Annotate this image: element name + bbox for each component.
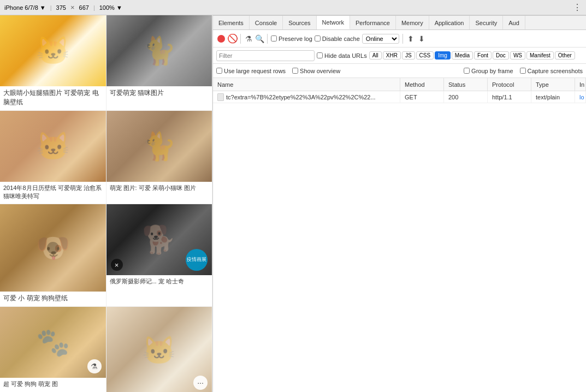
filter-bar: Hide data URLs All XHR JS CSS Img Media … [213,47,586,64]
tab-network[interactable]: Network [317,16,350,29]
tab-application[interactable]: Application [429,16,470,29]
upload-icon[interactable]: ⬆ [406,34,415,43]
preserve-log-checkbox[interactable]: Preserve log [271,35,312,42]
capture-screenshots-input[interactable] [520,68,526,74]
record-button[interactable] [216,34,226,44]
image-caption: 大眼睛小短腿猫图片 可爱萌宠 电脑壁纸 [0,86,106,110]
tab-console[interactable]: Console [250,16,283,29]
capture-screenshots-label: Capture screenshots [528,68,583,74]
filter-button[interactable]: ⚗ [244,34,253,43]
toolbar-separator [240,34,241,44]
tab-elements[interactable]: Elements [213,16,250,29]
more-icon[interactable]: ··· [193,376,208,390]
filter-font[interactable]: Font [474,51,492,60]
network-table: Name Method Status Protocol Type In tc?e… [213,78,586,392]
filter-media[interactable]: Media [452,51,473,60]
show-overview-input[interactable] [292,68,298,74]
browser-bar-sep2: | [93,4,95,11]
td-status: 200 [444,91,488,103]
filter-input[interactable] [216,50,315,61]
tab-sources[interactable]: Sources [283,16,316,29]
capture-screenshots-checkbox[interactable]: Capture screenshots [520,68,583,74]
td-initiator: lo [575,91,586,103]
group-by-frame-checkbox[interactable]: Group by frame [464,68,513,74]
devtools-menu-icon[interactable]: ⋮ [573,2,582,13]
image-caption: 萌宠 图片: 可爱 呆萌小猫咪 图片 [106,182,212,195]
close-icon[interactable]: × [111,259,123,271]
toolbar-separator3 [402,34,403,44]
td-type: text/plain [531,91,575,103]
list-item[interactable]: 🐈 萌宠 图片: 可爱 呆萌小猫咪 图片 [106,111,213,205]
device-selector[interactable]: iPhone 6/7/8 ▼ [4,4,46,11]
list-item[interactable]: 🐱 大眼睛小短腿猫图片 可爱萌宠 电脑壁纸 [0,15,106,111]
browser-bar: iPhone 6/7/8 ▼ | 375 × 667 | 100% ▼ ⋮ [0,0,586,15]
group-by-frame-input[interactable] [464,68,470,74]
close-icon[interactable]: × [70,3,75,11]
list-item[interactable]: 🐱 ··· [106,307,213,392]
th-type: Type [531,78,575,91]
th-name: Name [213,78,400,91]
filter-ws[interactable]: WS [510,51,525,60]
list-item[interactable]: 🐕 疫情画展 × 俄罗斯摄影师记... 宠 哈士奇 [106,204,213,307]
image-grid: 🐱 大眼睛小短腿猫图片 可爱萌宠 电脑壁纸 🐈 可爱萌宠 猫咪图片 [0,15,212,392]
throttle-select[interactable]: Online Fast 3G Slow 3G Offline [362,34,399,44]
large-rows-label: Use large request rows [224,68,286,74]
show-overview-label: Show overview [300,68,340,74]
disable-cache-input[interactable] [315,35,321,41]
record-icon [217,35,225,43]
zoom-selector[interactable]: 100% ▼ [99,4,122,11]
image-block: 🐕 疫情画展 × [106,204,212,275]
large-rows-input[interactable] [216,68,222,74]
image-block: 🐱 [0,111,106,182]
filter-all[interactable]: All [369,51,382,60]
right-options: Group by frame Capture screenshots [464,68,583,74]
list-item[interactable]: 🐱 2014年8月日历壁纸 可爱萌宠 治愈系猫咪唯美特写 [0,111,106,205]
filter-manifest[interactable]: Manifest [526,51,554,60]
download-icon[interactable]: ⬇ [417,34,426,43]
tab-security[interactable]: Security [470,16,503,29]
image-block: 🐱 ··· [106,307,212,392]
left-options: Use large request rows Show overview [216,68,457,74]
list-item[interactable]: 🐈 可爱萌宠 猫咪图片 [106,15,213,111]
tab-performance[interactable]: Performance [350,16,396,29]
tab-memory[interactable]: Memory [396,16,429,29]
image-block: 🐈 [106,111,212,182]
filter-doc[interactable]: Doc [493,51,509,60]
list-item[interactable]: 🐾 ⚗ 超 可爱 狗狗 萌宠 图 [0,307,106,392]
hide-data-urls-label: Hide data URLs [324,52,367,59]
large-rows-checkbox[interactable]: Use large request rows [216,68,286,74]
network-toolbar: 🚫 ⚗ 🔍 Preserve log Disable cache Online … [213,30,586,47]
filter-other[interactable]: Other [555,51,575,60]
td-method: GET [400,91,444,103]
hide-data-urls-checkbox[interactable]: Hide data URLs [317,52,367,59]
table-row[interactable]: tc?extra=%7B%22etype%22%3A%22pv%22%2C%22… [213,91,586,103]
th-protocol: Protocol [488,78,531,91]
filter-css[interactable]: CSS [416,51,434,60]
list-item[interactable]: 🐶 可爱 小 萌宠 狗狗壁纸 [0,204,106,307]
filter-js[interactable]: JS [402,51,415,60]
td-name: tc?extra=%7B%22etype%22%3A%22pv%22%2C%22… [213,91,400,103]
td-protocol: http/1.1 [488,91,531,103]
hide-data-urls-input[interactable] [317,52,323,58]
filter-icon[interactable]: ⚗ [87,359,102,373]
th-initiator: In [575,78,586,91]
webpage-preview: 🐱 大眼睛小短腿猫图片 可爱萌宠 电脑壁纸 🐈 可爱萌宠 猫咪图片 [0,15,213,392]
main-area: 🐱 大眼睛小短腿猫图片 可爱萌宠 电脑壁纸 🐈 可爱萌宠 猫咪图片 [0,15,586,392]
disable-cache-checkbox[interactable]: Disable cache [315,35,360,42]
toolbar-separator2 [267,34,268,44]
image-caption: 超 可爱 狗狗 萌宠 图 [0,378,106,391]
clear-button[interactable]: 🚫 [228,34,237,43]
devtools-panel: Elements Console Sources Network Perform… [213,15,586,392]
preserve-log-label: Preserve log [279,35,312,42]
search-button[interactable]: 🔍 [255,34,264,43]
th-status: Status [444,78,488,91]
tab-audits[interactable]: Aud [503,16,525,29]
image-block: 🐾 ⚗ [0,307,106,378]
filter-img[interactable]: Img [435,51,451,60]
preserve-log-input[interactable] [271,35,277,41]
filter-type-buttons: All XHR JS CSS Img Media Font Doc WS Man… [369,51,575,60]
filter-xhr[interactable]: XHR [383,51,401,60]
image-block: 🐱 [0,15,106,86]
show-overview-checkbox[interactable]: Show overview [292,68,340,74]
group-by-frame-label: Group by frame [471,68,513,74]
